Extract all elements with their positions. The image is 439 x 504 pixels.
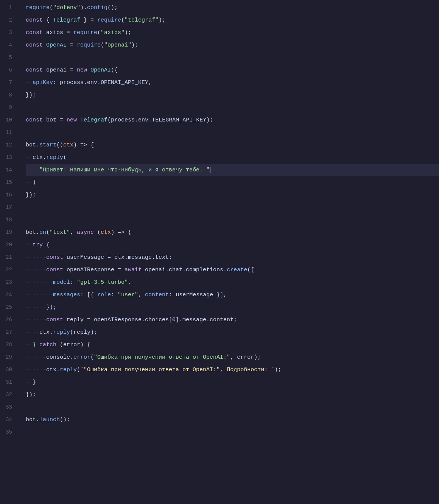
line-numbers: 1234567891011121314151617181920212223242… (0, 2, 23, 502)
token-plain: bot. (26, 414, 39, 426)
token-punct: (( (56, 139, 63, 151)
token-plain: { (43, 14, 53, 26)
code-line: require("dotenv").config(); (26, 2, 439, 14)
code-line (26, 51, 439, 64)
token-plain: process.env. (111, 114, 152, 126)
text-cursor (210, 167, 210, 173)
token-punct: ( (63, 151, 67, 164)
token-plain: ctx. (33, 151, 46, 164)
token-kw: const (26, 14, 43, 26)
token-kw: await (125, 264, 142, 276)
code-line: ··try { (26, 239, 439, 251)
token-plain: : (70, 276, 77, 289)
token-kw: catch (39, 339, 56, 351)
indent-dots: ······ (26, 314, 46, 326)
code-content[interactable]: require("dotenv").config();const { Teleg… (23, 2, 439, 502)
line-number: 2 (0, 14, 17, 26)
token-punct: (); (60, 414, 70, 426)
line-number: 18 (0, 214, 17, 226)
line-number: 29 (0, 351, 17, 364)
indent-dots: ·· (26, 176, 33, 189)
token-punct: ); (274, 364, 281, 376)
code-line: ······const openAIResponse = await opena… (26, 264, 439, 276)
token-plain: }); (26, 89, 36, 101)
token-str: "dotenv" (53, 2, 80, 14)
indent-dots: ·· (26, 239, 33, 251)
token-punct: ( (97, 26, 101, 39)
token-plain: { (43, 239, 50, 251)
code-line: const bot = new Telegraf(process.env.TEL… (26, 114, 439, 126)
token-plain: ctx. (46, 364, 60, 376)
line-number: 31 (0, 376, 17, 389)
token-plain: ctx. (39, 326, 53, 339)
token-punct: ( (70, 326, 73, 339)
line-number: 17 (0, 201, 17, 214)
line-number: 1 (0, 2, 17, 14)
code-line (26, 426, 439, 439)
token-str: "openai" (104, 39, 131, 51)
token-punct: ( (101, 39, 104, 51)
code-line: ··} (26, 376, 439, 389)
token-plain: : (111, 289, 118, 301)
token-plain (77, 114, 80, 126)
token-str: "Ошибка при получении ответа от OpenAI:" (94, 351, 230, 364)
code-line: ··) (26, 176, 439, 189)
line-number: 33 (0, 401, 17, 414)
token-plain: openAIResponse = (63, 264, 125, 276)
token-plain: bot. (26, 226, 39, 239)
token-punct: (); (107, 2, 118, 14)
code-line (26, 126, 439, 139)
line-number: 20 (0, 239, 17, 251)
indent-dots: ·· (26, 339, 33, 351)
code-line: const OpenAI = require("openai"); (26, 39, 439, 51)
line-number: 4 (0, 39, 17, 51)
token-str: "user" (118, 289, 138, 301)
line-number: 30 (0, 364, 17, 376)
token-plain: ( (94, 226, 101, 239)
token-kw: const (26, 39, 43, 51)
code-line (26, 101, 439, 114)
token-plain: : userMessage }], (169, 289, 227, 301)
token-plain: = (67, 39, 77, 51)
indent-dots: ·· (26, 151, 33, 164)
token-kw: new (67, 114, 77, 126)
token-str-yellow: `"Ошибка при получении ответа от OpenAI:… (80, 364, 274, 376)
line-number: 11 (0, 126, 17, 139)
indent-dots: ······ (26, 364, 46, 376)
token-str: "Привет! Напиши мне что-нибудь, и я отве… (39, 164, 210, 176)
line-number: 25 (0, 301, 17, 314)
token-plain: axios = (43, 26, 73, 39)
code-line: ······const reply = openAIResponse.choic… (26, 314, 439, 326)
token-plain (43, 39, 46, 51)
token-plain: : [{ (80, 289, 97, 301)
line-number: 7 (0, 76, 17, 89)
indent-dots: ·· (26, 376, 33, 389)
token-plain: userMessage = ctx.message.text; (63, 251, 172, 264)
code-editor: 1234567891011121314151617181920212223242… (0, 0, 439, 504)
line-number: 34 (0, 414, 17, 426)
token-plain: , error); (230, 351, 261, 364)
token-plain: console. (46, 351, 73, 364)
token-obj: OpenAI (46, 39, 67, 51)
token-fn: reply (53, 326, 70, 339)
token-punct: ( (90, 351, 94, 364)
code-line: const { Telegraf } = require("telegraf")… (26, 14, 439, 26)
token-prop: role (97, 289, 111, 301)
token-plain (87, 64, 90, 76)
token-plain: openai.chat.completions. (142, 264, 227, 276)
token-fn: require (77, 39, 101, 51)
token-fn: require (73, 26, 97, 39)
line-number: 13 (0, 151, 17, 164)
indent-dots: ·· (26, 76, 33, 89)
token-plain: TELEGRAM_API_KEY (152, 114, 206, 126)
code-line: }); (26, 389, 439, 401)
code-line: const axios = require("axios"); (26, 26, 439, 39)
token-plain: , (128, 276, 131, 289)
code-line: ··ctx.reply( (26, 151, 439, 164)
token-str: "axios" (101, 26, 125, 39)
indent-dots: ···· (26, 326, 39, 339)
token-prop: content (145, 289, 169, 301)
token-plain: , (138, 289, 145, 301)
line-number: 24 (0, 289, 17, 301)
indent-dots: ······ (26, 351, 46, 364)
